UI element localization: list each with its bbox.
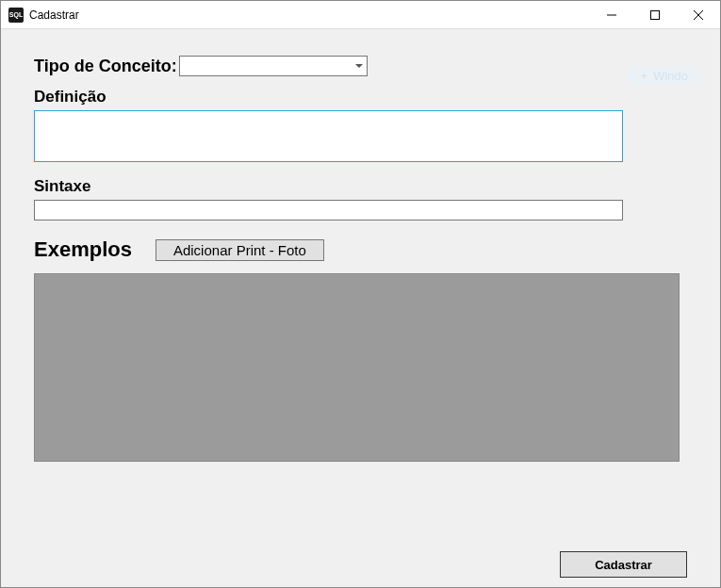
ghost-windows-button: + Windo [628,65,701,87]
cadastrar-button[interactable]: Cadastrar [560,551,687,578]
svg-rect-1 [651,11,660,20]
app-icon: SQL [8,8,24,23]
add-print-button[interactable]: Adicionar Print - Foto [156,239,324,261]
definicao-input[interactable] [34,110,623,162]
plus-icon: + [641,69,648,83]
minimize-button[interactable] [590,1,633,29]
ghost-label: Windo [653,69,688,83]
exemplos-label: Exemplos [34,237,132,262]
tipo-row: Tipo de Conceito: [34,56,687,76]
window-title: Cadastrar [29,8,79,22]
tipo-dropdown[interactable] [179,56,368,76]
sintaxe-input[interactable] [34,200,623,220]
window-controls [590,1,720,29]
sintaxe-label: Sintaxe [34,177,687,196]
titlebar: SQL Cadastrar [1,1,720,29]
maximize-button[interactable] [633,1,677,29]
close-button[interactable] [677,1,720,29]
exemplos-row: Exemplos Adicionar Print - Foto [34,237,687,262]
definicao-label: Definição [34,88,687,106]
image-panel[interactable] [34,273,680,462]
chevron-down-icon [355,64,363,68]
form-content: + Windo Tipo de Conceito: Definição Sint… [1,29,720,540]
tipo-label: Tipo de Conceito: [34,57,177,76]
app-window: SQL Cadastrar + Windo Tipo de Conceito: [0,0,721,588]
footer: Cadastrar [1,540,720,587]
